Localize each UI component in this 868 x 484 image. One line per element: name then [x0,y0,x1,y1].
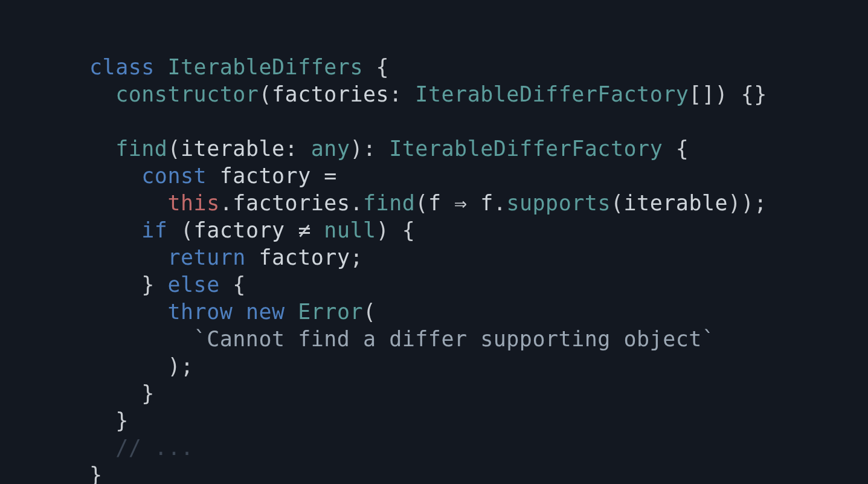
code-token: this [167,191,219,215]
code-token [402,82,416,106]
code-token [89,245,167,269]
code-token: new [246,300,285,324]
code-token: return [167,245,245,269]
code-token: any [311,137,350,161]
code-token [233,300,246,324]
code-token [220,273,233,297]
code-token: const [141,164,207,188]
code-token: ( [167,137,181,161]
code-token: } [89,463,103,484]
code-token [167,218,181,242]
code-token [89,137,115,161]
code-token: ; [350,245,363,269]
code-token: factories [233,191,350,215]
code-token: constructor [115,82,259,106]
code-token: else [167,273,219,297]
code-token [89,191,167,215]
code-token: } [141,381,155,405]
code-token: `Cannot find a differ supporting object` [194,327,715,351]
code-token: ( [415,191,428,215]
code-token: . [220,191,233,215]
code-token: iterable [181,137,285,161]
code-token: factories [272,82,389,106]
code-token: . [350,191,363,215]
code-token [155,55,168,79]
code-token [89,327,194,351]
code-token [89,381,141,405]
code-token [89,436,115,460]
code-token [285,300,298,324]
code-token: . [493,191,507,215]
code-token: : [285,137,298,161]
code-token: factory [246,245,350,269]
code-token: ); [167,354,193,378]
code-token: ( [259,82,272,106]
code-token: : [389,82,402,106]
code-token: class [89,55,155,79]
code-token: = [324,164,337,188]
code-token: factory [194,218,298,242]
code-token: } [141,273,155,297]
code-token: IterableDiffers [167,55,363,79]
code-token: iterable [624,191,728,215]
code-token [89,82,115,106]
code-token: ( [611,191,624,215]
code-token: { [233,273,246,297]
code-token: )); [728,191,767,215]
code-token [89,354,167,378]
code-token [376,137,390,161]
code-content: class IterableDiffers { constructor(fact… [89,55,767,484]
code-token: Error [298,300,363,324]
code-token [89,408,115,433]
code-block: class IterableDiffers { constructor(fact… [0,0,868,484]
code-token: { [676,137,689,161]
code-token: ( [363,300,376,324]
code-token: find [115,137,167,161]
code-token: ⇒ [454,191,468,215]
code-token: ) { [376,218,416,242]
code-token [311,218,324,242]
code-token: factory [207,164,324,188]
code-token: find [363,191,415,215]
code-token: f [468,191,493,215]
code-token [89,273,141,297]
code-token [155,273,168,297]
code-token: f [428,191,454,215]
code-token: ( [181,218,194,242]
code-token: []) {} [689,82,767,106]
code-token: ≠ [298,218,311,242]
code-token [89,218,141,242]
code-token: null [324,218,376,242]
code-token [298,137,311,161]
code-token [89,164,141,188]
code-token: throw [167,300,233,324]
code-token: IterableDifferFactory [389,137,663,161]
code-token [363,55,376,79]
code-token [89,300,167,324]
code-token: // ... [115,436,193,460]
code-token: if [141,218,167,242]
code-token: supports [506,191,611,215]
code-token: IterableDifferFactory [415,82,689,106]
code-token: ): [350,137,376,161]
code-token: } [115,408,129,433]
code-token: { [376,55,390,79]
code-token [663,137,676,161]
